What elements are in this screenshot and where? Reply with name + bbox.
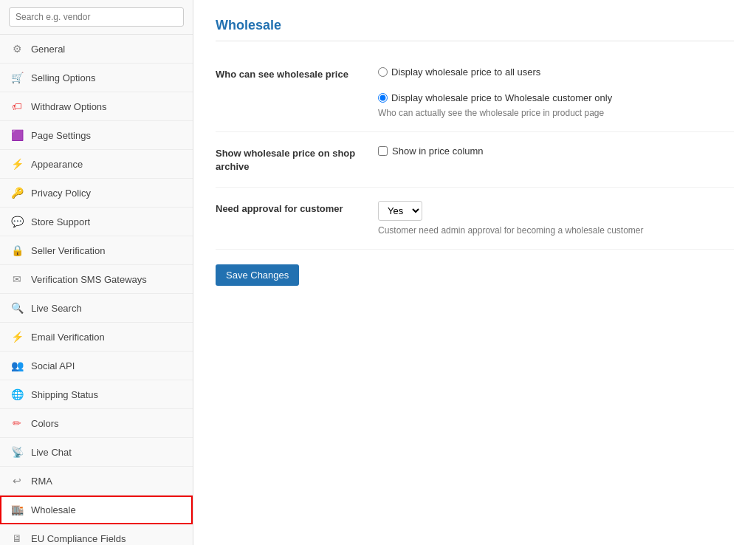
sidebar-item-label-privacy-policy: Privacy Policy <box>31 188 91 199</box>
sidebar-item-label-shipping-status: Shipping Status <box>31 389 98 400</box>
form-row-show-in-archive: Show wholesale price on shop archiveShow… <box>216 132 734 188</box>
sidebar-item-page-settings[interactable]: 🟪Page Settings <box>0 121 193 150</box>
seller-verification-icon: 🔒 <box>10 244 24 257</box>
checkbox-text-show-in-archive: Show in price column <box>392 145 484 157</box>
checkbox-input-show-in-archive[interactable] <box>378 146 388 156</box>
sidebar-item-label-email-verification: Email Verification <box>31 332 105 343</box>
sidebar-item-wholesale[interactable]: 🏬Wholesale <box>0 496 193 524</box>
sidebar-item-label-live-chat: Live Chat <box>31 447 72 458</box>
withdraw-options-icon: 🏷 <box>10 100 24 113</box>
social-api-icon: 👥 <box>10 359 24 372</box>
eu-compliance-icon: 🖥 <box>10 532 24 545</box>
sidebar-item-rma[interactable]: ↩RMA <box>0 467 193 496</box>
sidebar-item-appearance[interactable]: ⚡Appearance <box>0 150 193 179</box>
sidebar-search-container <box>0 0 193 35</box>
sidebar-item-live-chat[interactable]: 📡Live Chat <box>0 438 193 467</box>
sidebar-item-label-selling-options: Selling Options <box>31 72 95 83</box>
sidebar-item-label-wholesale: Wholesale <box>31 504 76 515</box>
sidebar-item-verification-sms[interactable]: ✉Verification SMS Gateways <box>0 265 193 294</box>
sidebar-item-label-social-api: Social API <box>31 360 75 371</box>
sidebar-item-withdraw-options[interactable]: 🏷Withdraw Options <box>0 92 193 121</box>
live-chat-icon: 📡 <box>10 445 24 459</box>
sidebar-item-live-search[interactable]: 🔍Live Search <box>0 294 193 323</box>
sidebar-item-label-seller-verification: Seller Verification <box>31 245 105 256</box>
sidebar-item-label-verification-sms: Verification SMS Gateways <box>31 274 147 285</box>
field-approval: YesNoCustomer need admin approval for be… <box>378 201 734 236</box>
sidebar-item-label-appearance: Appearance <box>31 159 83 170</box>
general-icon: ⚙ <box>10 42 24 55</box>
shipping-status-icon: 🌐 <box>10 388 24 401</box>
sidebar-item-label-eu-compliance: EU Compliance Fields <box>31 533 126 544</box>
sidebar-item-social-api[interactable]: 👥Social API <box>0 352 193 380</box>
field-description-wholesale-price-visibility: Who can actually see the wholesale price… <box>378 108 734 118</box>
radio-input-wholesale-price-visibility-0[interactable] <box>378 67 388 77</box>
sidebar-item-label-page-settings: Page Settings <box>31 130 91 141</box>
sidebar-item-label-live-search: Live Search <box>31 303 82 314</box>
store-support-icon: 💬 <box>10 215 24 228</box>
sidebar-item-privacy-policy[interactable]: 🔑Privacy Policy <box>0 179 193 208</box>
sidebar-item-selling-options[interactable]: 🛒Selling Options <box>0 64 193 92</box>
sidebar-search-input[interactable] <box>9 7 184 27</box>
radio-label-wholesale-price-visibility-0: Display wholesale price to all users <box>391 66 540 78</box>
sidebar-item-label-rma: RMA <box>31 476 52 487</box>
sidebar-item-label-withdraw-options: Withdraw Options <box>31 101 107 112</box>
checkbox-label-show-in-archive[interactable]: Show in price column <box>378 145 734 157</box>
sidebar-item-label-general: General <box>31 44 65 55</box>
form-row-wholesale-price-visibility: Who can see wholesale priceDisplay whole… <box>216 53 734 132</box>
radio-input-wholesale-price-visibility-1[interactable] <box>378 93 388 103</box>
appearance-icon: ⚡ <box>10 157 24 171</box>
colors-icon: ✏ <box>10 417 24 430</box>
sidebar-item-eu-compliance[interactable]: 🖥EU Compliance Fields <box>0 524 193 545</box>
field-label-approval: Need approval for customer <box>216 201 378 216</box>
email-verification-icon: ⚡ <box>10 330 24 343</box>
page-title: Wholesale <box>216 18 734 41</box>
sidebar-item-shipping-status[interactable]: 🌐Shipping Status <box>0 380 193 409</box>
live-search-icon: 🔍 <box>10 301 24 315</box>
sidebar-item-label-store-support: Store Support <box>31 216 90 227</box>
sidebar-item-email-verification[interactable]: ⚡Email Verification <box>0 323 193 352</box>
verification-sms-icon: ✉ <box>10 272 24 286</box>
sidebar-item-label-colors: Colors <box>31 418 59 429</box>
privacy-policy-icon: 🔑 <box>10 186 24 199</box>
form-row-approval: Need approval for customerYesNoCustomer … <box>216 188 734 250</box>
radio-label-wholesale-price-visibility-1: Display wholesale price to Wholesale cus… <box>391 92 612 103</box>
field-label-wholesale-price-visibility: Who can see wholesale price <box>216 66 378 81</box>
wholesale-icon: 🏬 <box>10 503 24 516</box>
radio-group-wholesale-price-visibility: Display wholesale price to all usersDisp… <box>378 66 734 103</box>
sidebar: ⚙General🛒Selling Options🏷Withdraw Option… <box>0 0 193 545</box>
main-content: Wholesale Who can see wholesale priceDis… <box>193 0 756 545</box>
rma-icon: ↩ <box>10 474 24 487</box>
sidebar-item-general[interactable]: ⚙General <box>0 35 193 64</box>
field-show-in-archive: Show in price column <box>378 145 734 157</box>
select-approval[interactable]: YesNo <box>378 201 422 221</box>
selling-options-icon: 🛒 <box>10 71 24 84</box>
page-settings-icon: 🟪 <box>10 128 24 142</box>
save-changes-button[interactable]: Save Changes <box>216 264 299 286</box>
field-label-show-in-archive: Show wholesale price on shop archive <box>216 145 378 174</box>
radio-option-wholesale-price-visibility-0[interactable]: Display wholesale price to all users <box>378 66 540 78</box>
sidebar-item-seller-verification[interactable]: 🔒Seller Verification <box>0 236 193 265</box>
sidebar-item-store-support[interactable]: 💬Store Support <box>0 208 193 236</box>
field-description-approval: Customer need admin approval for becomin… <box>378 225 734 236</box>
radio-option-wholesale-price-visibility-1[interactable]: Display wholesale price to Wholesale cus… <box>378 92 612 103</box>
field-wholesale-price-visibility: Display wholesale price to all usersDisp… <box>378 66 734 118</box>
sidebar-item-colors[interactable]: ✏Colors <box>0 409 193 438</box>
